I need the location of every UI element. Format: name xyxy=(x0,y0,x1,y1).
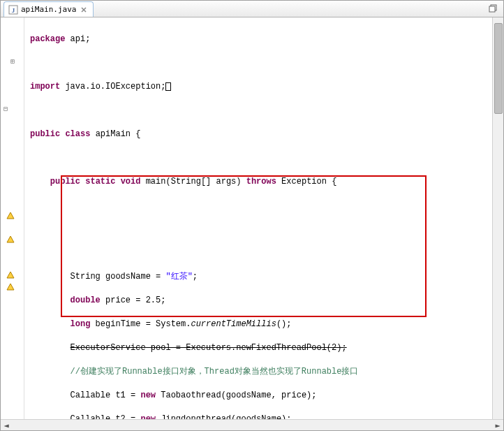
code-text: apiMain { xyxy=(90,129,140,139)
gutter: ⊞ ⊟ xyxy=(1,17,24,419)
keyword: void xyxy=(121,177,141,187)
keyword: long xyxy=(71,319,91,329)
fold-minus-icon[interactable]: ⊟ xyxy=(3,105,15,116)
cursor xyxy=(165,82,171,91)
keyword: import xyxy=(30,82,60,92)
svg-rect-3 xyxy=(489,6,495,12)
keyword: static xyxy=(85,177,115,187)
code-text: Callable t2 = xyxy=(71,414,141,419)
keyword: new xyxy=(140,414,156,419)
comment: //创建实现了Runnable接口对象，Thread对象当然也实现了Runnab… xyxy=(71,367,359,377)
code-text: main(String[] args) xyxy=(140,177,246,187)
keyword: double xyxy=(71,295,101,305)
tab-filename: apiMain.java xyxy=(21,5,76,14)
fold-plus-icon[interactable]: ⊞ xyxy=(10,57,22,68)
code-text: java.io.IOException; xyxy=(60,82,165,92)
keyword: package xyxy=(30,34,65,44)
code-text: Exception { xyxy=(276,177,336,187)
keyword: public xyxy=(50,177,80,187)
close-icon[interactable] xyxy=(79,5,89,15)
code-text: (); xyxy=(276,319,292,329)
scroll-left-icon[interactable]: ◄ xyxy=(1,421,12,430)
code-text: beginTime = System. xyxy=(90,319,191,329)
scrollbar-thumb[interactable] xyxy=(494,23,503,114)
code-text: api; xyxy=(65,34,90,44)
warning-icon xyxy=(6,271,17,282)
vertical-scrollbar[interactable] xyxy=(492,17,503,419)
editor-tab[interactable]: J apiMain.java xyxy=(3,1,94,17)
code-text: ExecutorService pool = Executors.newFixe… xyxy=(71,343,347,353)
tab-bar: J apiMain.java xyxy=(1,1,503,17)
horizontal-scrollbar[interactable]: ◄ ► xyxy=(1,419,503,430)
code-text: String goodsName = xyxy=(71,272,166,282)
code-text: Jingdongthread(goodsName); xyxy=(156,414,291,419)
keyword: new xyxy=(140,390,156,400)
toolbar-icons xyxy=(487,2,499,15)
code-text: Taobaothread(goodsName, price); xyxy=(156,390,316,400)
warning-icon xyxy=(6,212,17,223)
code-editor[interactable]: package api; import java.io.IOException;… xyxy=(24,17,492,419)
java-file-icon: J xyxy=(8,5,18,15)
code-text: price = 2.5; xyxy=(101,295,166,305)
warning-icon xyxy=(6,283,17,294)
editor-area: ⊞ ⊟ package api; import java.io.IOExcept… xyxy=(1,17,503,419)
string-literal: "红茶" xyxy=(165,272,192,282)
keyword: class xyxy=(65,129,90,139)
warning-icon xyxy=(6,235,17,247)
code-text: Callable t1 = xyxy=(71,390,141,400)
svg-text:J: J xyxy=(12,7,15,14)
keyword: public xyxy=(30,129,60,139)
method-call: currentTimeMillis xyxy=(191,319,276,329)
scroll-right-icon[interactable]: ► xyxy=(492,421,503,430)
restore-icon[interactable] xyxy=(487,2,499,15)
keyword: throws xyxy=(246,177,276,187)
